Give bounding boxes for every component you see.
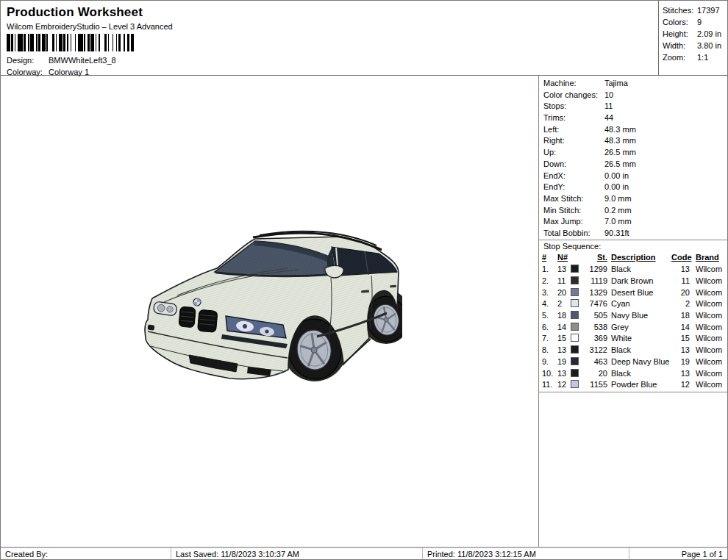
- thread-code: 19: [671, 356, 692, 368]
- machine-info-row-label: Down:: [543, 159, 604, 170]
- thread-color-swatch-chip: [571, 288, 579, 296]
- stop-sequence-table-body: 1.131299Black13Wilcom2.111119Dark Brown1…: [542, 263, 727, 390]
- design-stat-label: Width:: [663, 40, 697, 51]
- thread-brand: Wilcom: [692, 298, 727, 310]
- machine-info-row-value: 0.00 in: [604, 182, 629, 193]
- thread-color-swatch-chip: [571, 380, 579, 388]
- machine-info-row-label: Max Stitch:: [543, 193, 604, 205]
- machine-info-row: Left:48.3 mm: [543, 124, 727, 136]
- machine-info-row-label: Min Stitch:: [543, 205, 604, 217]
- column-header: St.: [583, 252, 610, 264]
- design-stat: Zoom:1:1: [663, 51, 727, 63]
- stitch-count: 463: [583, 356, 610, 368]
- needle-number: 20: [557, 287, 571, 299]
- needle-number: 19: [557, 356, 571, 368]
- needle-number: 13: [557, 368, 571, 380]
- machine-info-row-label: Machine:: [543, 78, 604, 90]
- machine-info-row-label: Total Bobbin:: [543, 228, 604, 240]
- row-number: 1.: [542, 264, 557, 276]
- design-stats-box: Stitches:17397Colors:9Height:2.09 inWidt…: [658, 1, 727, 75]
- thread-code: 14: [671, 322, 692, 334]
- footer-page-number: Page 1 of 1: [629, 548, 727, 560]
- thread-brand: Wilcom: [692, 333, 727, 345]
- row-number: 4.: [542, 298, 557, 310]
- thread-brand: Wilcom: [692, 356, 727, 368]
- thread-color-swatch-chip: [571, 323, 579, 331]
- needle-number: 18: [557, 310, 571, 322]
- design-stat: Width:3.80 in: [663, 40, 727, 51]
- machine-info-list: Machine:TajimaColor changes:10Stops:11Tr…: [539, 76, 727, 240]
- stop-sequence-row: 7.15369White15Wilcom: [542, 332, 727, 344]
- design-stat-label: Colors:: [663, 16, 697, 28]
- footer-last-saved: Last Saved: 11/8/2023 3:10:37 AM: [171, 548, 423, 560]
- thread-code: 15: [671, 333, 692, 345]
- thread-brand: Wilcom: [692, 264, 727, 276]
- page-title: Production Worksheet: [7, 5, 652, 20]
- barcode-icon: [7, 34, 163, 51]
- needle-number: 14: [557, 322, 571, 334]
- machine-info-row: Right:48.3 mm: [543, 135, 727, 147]
- thread-code: 12: [671, 379, 692, 391]
- stitch-count: 538: [583, 322, 610, 334]
- stitch-count: 1119: [583, 276, 610, 287]
- machine-info-row-value: Tajima: [604, 78, 628, 90]
- stitch-count: 505: [583, 310, 610, 322]
- thread-description: Cyan: [610, 298, 671, 310]
- machine-info-row-value: 0.00 in: [604, 170, 629, 182]
- machine-info-row-value: 26.5 mm: [604, 147, 636, 159]
- row-number: 9.: [542, 356, 557, 368]
- thread-description: Grey: [610, 322, 671, 334]
- stitch-count: 1299: [583, 264, 610, 276]
- bmw-roundel-icon: [193, 298, 201, 306]
- needle-number: 13: [557, 264, 571, 276]
- thread-brand: Wilcom: [692, 310, 727, 322]
- machine-info-row: Max Jump:7.0 mm: [543, 216, 727, 228]
- stop-sequence-title: Stop Sequence:: [539, 240, 727, 252]
- machine-info-row-value: 26.5 mm: [604, 159, 636, 170]
- stop-sequence-row: 11.121155Powder Blue12Wilcom: [542, 378, 727, 390]
- machine-info-row: Down:26.5 mm: [543, 159, 727, 170]
- stitch-count: 7476: [583, 298, 610, 310]
- info-panel: Machine:TajimaColor changes:10Stops:11Tr…: [538, 76, 727, 547]
- thread-description: White: [610, 333, 671, 345]
- thread-brand: Wilcom: [692, 287, 727, 299]
- thread-code: 13: [671, 264, 692, 276]
- thread-code: 11: [671, 276, 692, 287]
- machine-info-row-value: 10: [604, 90, 613, 101]
- thread-code: 13: [671, 368, 692, 380]
- machine-info-row-label: EndY:: [543, 182, 604, 193]
- stop-sequence-row: 2.111119Dark Brown11Wilcom: [542, 275, 727, 287]
- design-label: Design:: [7, 54, 49, 66]
- machine-info-row-label: Color changes:: [543, 90, 604, 101]
- design-stat-label: Zoom:: [663, 51, 697, 63]
- machine-info-row-value: 48.3 mm: [604, 124, 636, 136]
- design-row: Design: BMWWhiteLeft3_8: [7, 54, 652, 66]
- design-preview-image: [143, 223, 402, 384]
- stitch-count: 1329: [583, 287, 610, 299]
- footer: Created By: Last Saved: 11/8/2023 3:10:3…: [1, 547, 727, 560]
- thread-brand: Wilcom: [692, 379, 727, 391]
- stop-sequence-row: 6.14538Grey14Wilcom: [542, 321, 727, 333]
- thread-color-swatch-chip: [571, 334, 579, 342]
- thread-description: Black: [610, 264, 671, 276]
- column-header: #: [542, 252, 557, 264]
- design-stat-value: 17397: [697, 4, 720, 16]
- stop-sequence-row: 8.133122Black13Wilcom: [542, 344, 727, 356]
- design-preview-area: [1, 76, 538, 547]
- stitch-count: 1155: [583, 379, 610, 391]
- needle-number: 15: [557, 333, 571, 345]
- thread-code: 18: [671, 310, 692, 322]
- header: Production Worksheet Wilcom EmbroiderySt…: [1, 1, 727, 76]
- design-stat-label: Stitches:: [663, 4, 697, 16]
- thread-brand: Wilcom: [692, 345, 727, 356]
- machine-info-row: Up:26.5 mm: [543, 147, 727, 159]
- column-header: N#: [557, 252, 571, 264]
- design-stat: Height:2.09 in: [663, 28, 727, 40]
- stop-sequence-header-row: #N#St.DescriptionCodeBrand: [542, 252, 727, 264]
- machine-info-row-label: Up:: [543, 147, 604, 159]
- machine-info-row-value: 7.0 mm: [604, 216, 632, 228]
- thread-code: 13: [671, 345, 692, 356]
- main: Machine:TajimaColor changes:10Stops:11Tr…: [1, 76, 727, 547]
- row-number: 2.: [542, 276, 557, 287]
- thread-description: Black: [610, 345, 671, 356]
